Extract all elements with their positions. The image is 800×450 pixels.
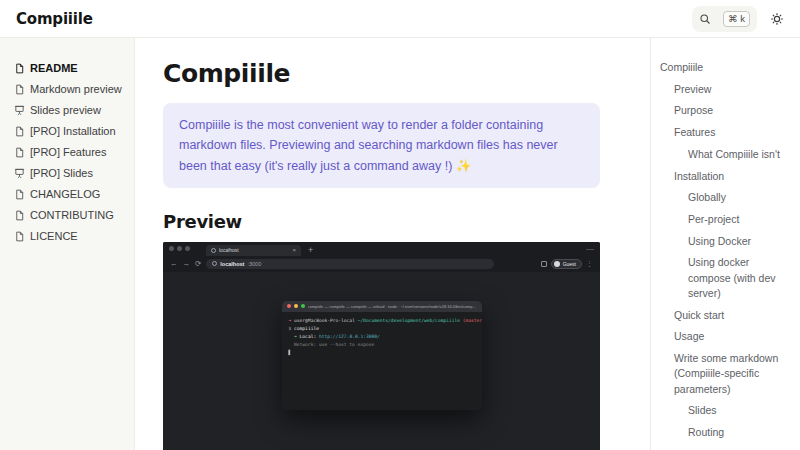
toc-item[interactable]: Preview [660,82,792,97]
terminal-zoom-dot [301,304,305,308]
sidebar-item-label: Markdown preview [30,83,122,95]
toc-item[interactable]: Features [660,125,792,140]
sidebar-item-label: CHANGELOG [30,188,100,200]
browser-tab: localhost × [206,245,301,256]
sidebar-item-label: README [30,62,78,74]
page-title: Compiiile [163,59,650,88]
browser-tab-title: localhost [219,247,239,253]
sidebar-item-label: CONTRIBUTING [30,209,114,221]
toc-item[interactable]: Compiiile [660,60,792,75]
toc-item[interactable]: Purpose [660,103,792,118]
toc-item[interactable]: Globally [660,190,792,205]
toc-item[interactable]: Per-project [660,212,792,227]
toc-item[interactable]: Installation [660,169,792,184]
avatar [554,261,560,267]
toc-item[interactable]: Custom configuration [660,447,792,450]
back-icon: ← [170,260,178,268]
minimize-icon: — [586,242,594,256]
app-root: Compiiile ⌘ k README [0,0,800,450]
site-info-icon [212,261,217,266]
toc-item[interactable]: Quick start [660,308,792,323]
window-minimize-dot [177,246,182,251]
sidebar-item[interactable]: [PRO] Slides [14,167,134,179]
browser-menu-icon: ⋮ [586,260,593,268]
info-callout: Compiiile is the most convenient way to … [163,103,600,188]
new-tab-icon: + [308,245,313,256]
sidebar-item[interactable]: Slides preview [14,104,134,116]
profile-badge: Guest [551,259,582,269]
terminal-minimize-dot [294,304,298,308]
toc-item[interactable]: Usage [660,329,792,344]
terminal-title: compiiile — compiiile — compiiile — sshu… [308,304,477,309]
sidebar-item[interactable]: LICENCE [14,230,134,242]
sidebar-item[interactable]: [PRO] Features [14,146,134,158]
sidebar-item-label: Slides preview [30,104,101,116]
terminal-line: ➜ Local: http://127.0.0.1:3000/ [289,333,475,341]
globe-icon [211,248,216,253]
sidebar-item-label: [PRO] Installation [30,125,116,137]
keyboard-shortcut-badge: ⌘ k [723,11,750,27]
browser-viewport: compiiile — compiiile — compiiile — sshu… [163,301,600,450]
preview-heading: Preview [163,211,650,232]
file-sidebar: README Markdown preview Slides preview [… [0,38,135,450]
reload-icon: ⟳ [195,260,201,268]
window-controls [169,242,190,256]
sidebar-item-label: [PRO] Slides [30,167,93,179]
sidebar-item[interactable]: README [14,62,134,74]
url-host: localhost [220,261,244,267]
toc-item[interactable]: Using Docker [660,234,792,249]
file-icon [14,231,25,242]
sidebar-item[interactable]: [PRO] Installation [14,125,134,137]
terminal-body: ➜ user@MacBook-Pro-local ~/Documents/dev… [282,312,482,410]
sidebar-item[interactable]: CONTRIBUTING [14,209,134,221]
window-zoom-dot [185,246,190,251]
terminal-line: Network: use --host to expose [289,341,475,349]
main-content: Compiiile Compiiile is the most convenie… [135,38,650,450]
toc-item[interactable]: What Compiiile isn't [660,147,792,162]
url-port: :3000 [247,261,261,267]
browser-tabstrip: localhost × + — [163,242,600,256]
search-icon [699,13,711,25]
file-icon [14,126,25,137]
toc-item[interactable]: Write some markdown (Compiiile-specific … [660,351,792,397]
theme-toggle-button[interactable] [770,12,784,26]
terminal-line: ▌ [289,349,475,357]
site-logo[interactable]: Compiiile [16,10,93,28]
top-header: Compiiile ⌘ k [0,0,800,38]
terminal-window: compiiile — compiiile — compiiile — sshu… [282,301,482,410]
file-icon [14,210,25,221]
terminal-titlebar: compiiile — compiiile — compiiile — sshu… [282,301,482,312]
toc-item[interactable]: Using docker compose (with dev server) [660,255,792,301]
sidebar-item-label: [PRO] Features [30,146,106,158]
toc-item[interactable]: Routing [660,425,792,440]
address-bar: localhost:3000 [206,259,494,269]
slides-icon [14,168,25,179]
header-actions: ⌘ k [692,6,784,32]
slides-icon [14,105,25,116]
file-icon [14,147,25,158]
file-icon [14,84,25,95]
sun-icon [770,12,784,26]
tab-close-icon: × [292,247,296,253]
file-icon [14,189,25,200]
profile-label: Guest [563,261,576,267]
table-of-contents: CompiiilePreviewPurposeFeaturesWhat Comp… [650,38,800,450]
terminal-line: ➜ user@MacBook-Pro-local ~/Documents/dev… [289,317,475,325]
browser-toolbar: ← → ⟳ localhost:3000 Guest ⋮ [163,256,600,272]
sidebar-item-label: LICENCE [30,230,78,242]
sidebar-item[interactable]: Markdown preview [14,83,134,95]
preview-screenshot: localhost × + — ← → ⟳ localhost:3000 [163,242,600,450]
toolbar-right: Guest ⋮ [541,259,593,269]
sidebar-item[interactable]: CHANGELOG [14,188,134,200]
forward-icon: → [183,260,191,268]
file-icon [14,63,25,74]
terminal-line: $ compiiile [289,325,475,333]
extensions-icon [541,261,547,267]
search-button[interactable]: ⌘ k [692,6,757,32]
terminal-close-dot [287,304,291,308]
window-close-dot [169,246,174,251]
toc-item[interactable]: Slides [660,403,792,418]
